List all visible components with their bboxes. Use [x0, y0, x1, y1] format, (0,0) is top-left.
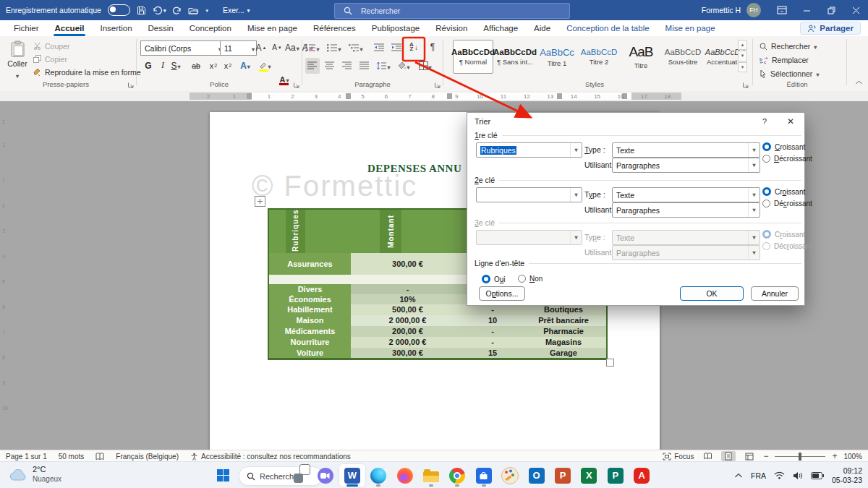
table-cell[interactable]: - — [464, 337, 521, 348]
table-cell[interactable]: Habillement — [269, 304, 351, 315]
undo-icon[interactable]: ▾ — [153, 6, 166, 14]
tab-conception-de-la-table[interactable]: Conception de la table — [558, 20, 657, 36]
gallery-expand-icon[interactable]: ▼ — [738, 62, 747, 72]
horizontal-ruler[interactable]: 21123456789101112131415161718 — [0, 91, 868, 101]
table-cell[interactable]: Garage — [521, 348, 606, 358]
collapse-ribbon-icon[interactable] — [855, 80, 863, 85]
table-header-label[interactable]: Rubriques — [291, 211, 300, 252]
restore-icon[interactable] — [819, 0, 843, 20]
taskbar-word-icon[interactable]: W — [339, 464, 365, 487]
table-cell[interactable]: Assurances — [269, 253, 351, 275]
header-yes-radio[interactable]: Oui — [482, 275, 506, 283]
zoom-in-button[interactable]: + — [832, 451, 837, 461]
table-cell[interactable]: Boutiques — [521, 304, 606, 315]
print-layout-button[interactable] — [721, 451, 736, 461]
dialog-title-bar[interactable]: Trier ? ✕ — [467, 113, 804, 130]
tab-mise-en-page[interactable]: Mise en page — [239, 20, 305, 36]
subscript-button[interactable]: x2 — [207, 59, 220, 72]
language-indicator[interactable]: FRA — [751, 471, 766, 480]
strikethrough-button[interactable]: ab — [190, 59, 203, 72]
tab-references[interactable]: Références — [305, 20, 364, 36]
focus-mode-button[interactable]: Focus — [663, 453, 694, 461]
style-titre[interactable]: AaBTitre — [621, 40, 661, 74]
table-cell[interactable]: Économies — [269, 294, 351, 304]
tab-conception[interactable]: Conception — [182, 20, 239, 36]
table-cell[interactable]: Médicaments — [269, 326, 351, 337]
key-3-descending-radio[interactable]: Décroissant — [762, 242, 812, 250]
close-icon[interactable] — [843, 0, 868, 20]
table-cell[interactable]: Maison — [269, 315, 351, 326]
taskbar-microsoft-store-icon[interactable] — [471, 464, 497, 487]
read-mode-button[interactable] — [700, 451, 715, 461]
redo-icon[interactable] — [172, 6, 182, 14]
ribbon-display-options-icon[interactable] — [770, 0, 794, 20]
avatar[interactable]: FH — [746, 3, 761, 17]
multilevel-list-button[interactable] — [349, 40, 363, 56]
copy-button[interactable]: Copier — [33, 53, 140, 64]
taskbar-task-view-icon[interactable] — [286, 464, 312, 487]
key-3-ascending-radio[interactable]: Croissant — [762, 230, 805, 239]
key-2-using-field[interactable]: Paragraphes — [612, 202, 760, 218]
tab-fichier[interactable]: Fichier — [6, 20, 47, 36]
battery-icon[interactable] — [811, 472, 824, 479]
header-no-radio[interactable]: Non — [518, 275, 542, 283]
page-indicator[interactable]: Page 1 sur 1 — [6, 453, 47, 461]
key-3-field[interactable] — [476, 230, 582, 245]
underline-button[interactable]: S — [169, 59, 182, 72]
decrease-indent-button[interactable] — [372, 40, 386, 56]
key-2-field[interactable] — [476, 187, 582, 202]
taskbar-edge-icon[interactable] — [365, 464, 391, 487]
bold-button[interactable]: G — [142, 59, 155, 72]
table-cell[interactable]: 10 — [464, 315, 521, 326]
highlight-button[interactable] — [258, 59, 272, 72]
tab-publipostage[interactable]: Publipostage — [364, 20, 428, 36]
table-cell[interactable]: 15 — [464, 348, 521, 358]
increase-indent-button[interactable] — [389, 40, 404, 56]
align-right-button[interactable] — [340, 58, 354, 74]
scroll-up-icon[interactable]: ▲ — [738, 40, 747, 50]
clipboard-dialog-launcher-icon[interactable] — [127, 82, 135, 89]
table-move-handle-icon[interactable] — [255, 196, 265, 207]
taskbar-publisher-icon[interactable]: P — [603, 464, 629, 487]
table-cell[interactable]: 300,00 € — [351, 348, 464, 358]
zoom-level[interactable]: 100% — [843, 453, 862, 461]
taskbar-outlook-icon[interactable]: O — [524, 464, 550, 487]
options-button[interactable]: Options... — [479, 286, 525, 301]
text-effects-button[interactable]: A — [239, 59, 252, 72]
shrink-font-button[interactable]: A▼ — [271, 40, 284, 54]
italic-button[interactable]: I — [156, 59, 169, 72]
share-button[interactable]: Partager — [800, 22, 861, 35]
style-sous-titre[interactable]: AaBbCcDSous-titre — [663, 40, 703, 74]
font-size-select[interactable]: 11 — [220, 40, 257, 56]
accessibility-status[interactable]: Accessibilité : consultez nos recommanda… — [190, 453, 351, 461]
line-spacing-button[interactable] — [376, 58, 391, 74]
taskbar-excel-icon[interactable]: X — [576, 464, 602, 487]
help-icon[interactable]: ? — [762, 117, 767, 126]
key-1-descending-radio[interactable]: Décroissant — [762, 155, 812, 163]
styles-dialog-launcher-icon[interactable] — [742, 82, 749, 89]
table-cell[interactable]: Voiture — [269, 348, 351, 358]
table-cell[interactable]: 500,00 € — [351, 304, 464, 315]
taskbar-firefox-icon[interactable] — [392, 464, 418, 487]
table-cell[interactable]: Prêt bancaire — [521, 315, 606, 326]
taskbar-chrome-icon[interactable] — [444, 464, 470, 487]
zoom-slider[interactable] — [775, 456, 825, 457]
table-cell[interactable] — [269, 275, 351, 284]
select-button[interactable]: Sélectionner — [760, 68, 819, 80]
minimize-icon[interactable] — [794, 0, 819, 20]
sort-button[interactable]: AZ ↓ — [405, 39, 422, 55]
style-sans-int[interactable]: AaBbCcDd¶ Sans int... — [495, 40, 535, 74]
paragraph-dialog-launcher-icon[interactable] — [434, 82, 441, 89]
scroll-down-icon[interactable]: ▼ — [738, 51, 747, 61]
key-1-ascending-radio[interactable]: Croissant — [762, 142, 805, 151]
quick-access-more-icon[interactable]: ▾ — [205, 8, 208, 13]
numbering-button[interactable] — [327, 40, 341, 56]
tab-revision[interactable]: Révision — [427, 20, 475, 36]
table-cell[interactable]: 2 000,00 € — [351, 315, 464, 326]
ok-button[interactable]: OK — [680, 286, 744, 301]
table-cell[interactable]: - — [464, 304, 521, 315]
table-cell[interactable]: Magasins — [521, 337, 606, 348]
table-cell[interactable]: 200,00 € — [351, 326, 464, 337]
tab-dessin[interactable]: Dessin — [140, 20, 182, 36]
tab-aide[interactable]: Aide — [526, 20, 558, 36]
